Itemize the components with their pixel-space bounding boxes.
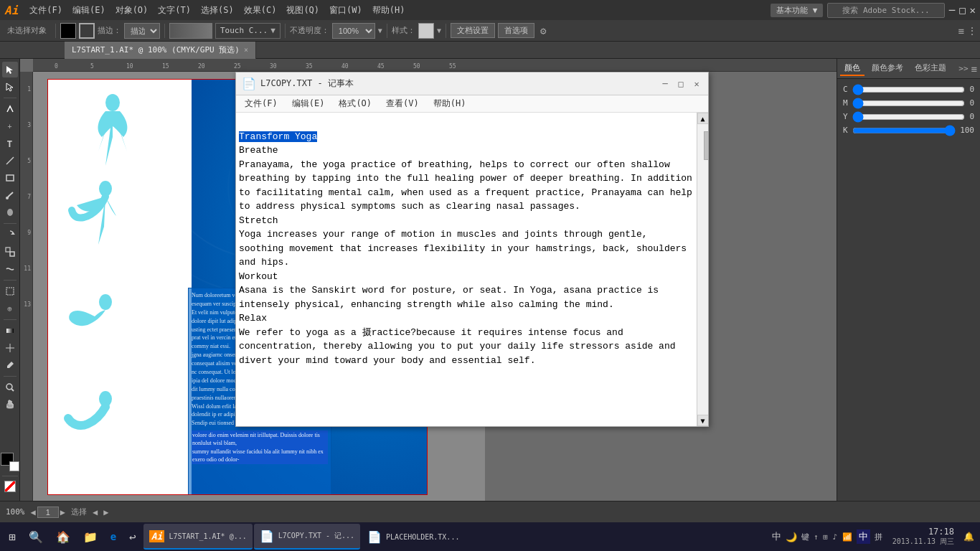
start-button[interactable]: ⊞ xyxy=(3,524,22,550)
np-menu-file[interactable]: 文件(F) xyxy=(239,96,283,111)
style-dropdown-icon[interactable]: ▼ xyxy=(437,27,441,34)
zoom-next-btn[interactable]: ▶ xyxy=(60,507,65,517)
gradient-tool[interactable] xyxy=(2,323,18,339)
rotate-tool[interactable] xyxy=(2,227,18,242)
notification-center[interactable]: 🔔 xyxy=(960,532,977,542)
notepad-titlebar[interactable]: 📄 L7COPY.TXT - 记事本 ─ □ ✕ xyxy=(236,72,708,95)
menu-edit[interactable]: 编辑(E) xyxy=(68,3,110,18)
notepad-taskbar-label: L7COPY.TXT - 记... xyxy=(278,531,354,541)
scale-tool[interactable] xyxy=(2,244,18,260)
pinyin-icon[interactable]: 拼 xyxy=(875,532,882,542)
clock[interactable]: 17:18 2013.11.13 周三 xyxy=(890,527,957,547)
taskbar-files[interactable]: 📁 xyxy=(77,524,103,550)
tab-close-btn[interactable]: × xyxy=(244,46,248,54)
pen-tool[interactable] xyxy=(2,101,18,117)
panel-tab-color[interactable]: 颜色 xyxy=(840,61,864,76)
svg-point-13 xyxy=(105,94,120,111)
nav-next-btn[interactable]: ▶ xyxy=(103,507,108,517)
stroke-swatch[interactable] xyxy=(9,461,19,471)
document-tab[interactable]: L7START_1.AI* @ 100% (CMYK/GPU 预选) × xyxy=(65,42,256,59)
panel-tab-color-ref[interactable]: 颜色参考 xyxy=(867,61,908,76)
opacity-dropdown-icon[interactable]: ▼ xyxy=(378,27,382,34)
window-minimize[interactable]: ─ xyxy=(949,4,955,16)
hand-tool[interactable] xyxy=(2,397,18,413)
doc-settings-btn[interactable]: 文档设置 xyxy=(451,23,495,38)
notepad-maximize-btn[interactable]: □ xyxy=(675,78,687,90)
system-icons[interactable]: ↑ ⊞ ♪ 📶 xyxy=(814,532,852,542)
scrollbar-down-arrow[interactable]: ▼ xyxy=(697,415,709,426)
none-swatch[interactable] xyxy=(4,481,16,492)
menu-text[interactable]: 文字(T) xyxy=(154,3,195,18)
stroke-indicator[interactable] xyxy=(79,23,95,39)
menu-view[interactable]: 视图(Q) xyxy=(282,3,324,18)
search-button[interactable]: 🔍 xyxy=(23,524,49,550)
taskbar-home[interactable]: 🏠 xyxy=(50,524,76,550)
np-menu-edit[interactable]: 编辑(E) xyxy=(286,96,331,111)
window-close[interactable]: ✕ xyxy=(970,4,976,16)
scrollbar-up-arrow[interactable]: ▲ xyxy=(697,113,709,124)
rect-tool[interactable] xyxy=(2,170,18,186)
panel-menu-icon[interactable]: ≡ xyxy=(971,63,977,75)
taskbar-edge[interactable]: e xyxy=(105,524,122,550)
menu-window[interactable]: 窗口(W) xyxy=(325,3,367,18)
line-tool[interactable] xyxy=(2,153,18,169)
color-y-slider[interactable] xyxy=(852,114,966,120)
mesh-tool[interactable] xyxy=(2,340,18,356)
taskbar-back[interactable]: ↩ xyxy=(123,524,142,550)
menu-select[interactable]: 选择(S) xyxy=(197,3,238,18)
notepad-scrollbar[interactable]: ▲ ▼ xyxy=(697,113,708,426)
type-tool[interactable]: T xyxy=(2,136,18,151)
notepad-close-btn[interactable]: ✕ xyxy=(691,78,702,90)
panel-expand-icon[interactable]: >> xyxy=(958,64,968,73)
scrollbar-thumb[interactable] xyxy=(704,131,709,160)
fill-color[interactable] xyxy=(60,23,76,39)
stroke-size-select[interactable]: 描边 xyxy=(124,23,160,39)
add-anchor-tool[interactable]: + xyxy=(2,118,18,134)
paintbrush-tool[interactable] xyxy=(2,187,18,203)
menu-file[interactable]: 文件(F) xyxy=(25,3,67,18)
sys-tray[interactable]: 中 🌙 键 ↑ ⊞ ♪ 📶 中 拼 xyxy=(768,529,887,544)
keyboard-icon[interactable]: 键 xyxy=(801,532,809,542)
taskbar-notepad[interactable]: 📄 L7COPY.TXT - 记... xyxy=(254,524,360,550)
align-icon[interactable]: ≡ xyxy=(958,25,964,37)
shape-builder-tool[interactable]: ⊕ xyxy=(2,301,18,316)
toolbar-menu-icon[interactable]: ⋮ xyxy=(967,25,977,37)
opacity-select[interactable]: 100% xyxy=(332,23,375,39)
brush-dropdown-icon[interactable]: ▼ xyxy=(270,26,275,35)
window-maximize[interactable]: □ xyxy=(959,4,965,16)
ime-cn-icon[interactable]: 中 xyxy=(857,529,870,544)
zoom-controls[interactable]: ◀ ▶ xyxy=(31,507,65,518)
color-c-slider[interactable] xyxy=(852,87,966,93)
workspace-selector[interactable]: 基本功能 ▼ xyxy=(771,4,823,17)
menu-object[interactable]: 对象(O) xyxy=(111,3,153,18)
warp-tool[interactable] xyxy=(2,261,18,277)
zoom-prev-btn[interactable]: ◀ xyxy=(31,507,36,517)
style-color-box[interactable] xyxy=(418,23,434,39)
canvas-area[interactable]: 0 5 10 15 20 25 30 35 40 45 50 55 1 3 5 … xyxy=(20,59,837,501)
eyedropper-tool[interactable] xyxy=(2,357,18,373)
np-menu-format[interactable]: 格式(O) xyxy=(333,96,377,111)
page-number-input[interactable] xyxy=(37,507,59,518)
color-m-slider[interactable] xyxy=(852,100,966,106)
nav-prev-btn[interactable]: ◀ xyxy=(93,507,98,517)
search-stock[interactable]: 搜索 Adobe Stock... xyxy=(827,3,944,18)
touch-brush-selector[interactable]: Touch C... ▼ xyxy=(215,23,281,39)
menu-help[interactable]: 帮助(H) xyxy=(368,3,410,18)
notepad-minimize-btn[interactable]: ─ xyxy=(659,78,671,90)
taskbar-placeholder[interactable]: 📄 PLACEHOLDER.TX... xyxy=(362,524,465,550)
preferences-btn[interactable]: 首选项 xyxy=(498,23,534,38)
tool-options-icon[interactable]: ⚙ xyxy=(540,25,546,37)
menu-effect[interactable]: 效果(C) xyxy=(240,3,281,18)
panel-tab-color-theme[interactable]: 色彩主题 xyxy=(910,61,951,76)
taskbar-illustrator[interactable]: Ai L7START_1.AI* @... xyxy=(143,524,253,550)
lang-indicator[interactable]: 中 xyxy=(772,530,781,543)
select-tool[interactable] xyxy=(2,62,18,77)
np-menu-view[interactable]: 查看(V) xyxy=(380,96,425,111)
np-menu-help[interactable]: 帮助(H) xyxy=(428,96,472,111)
notepad-text[interactable]: Transform Yoga Breathe Pranayama, the yo… xyxy=(236,113,697,426)
color-k-slider[interactable] xyxy=(852,128,956,133)
direct-select-tool[interactable] xyxy=(2,79,18,95)
blob-brush-tool[interactable] xyxy=(2,204,18,220)
zoom-tool[interactable] xyxy=(2,380,18,395)
free-transform-tool[interactable] xyxy=(2,283,18,299)
